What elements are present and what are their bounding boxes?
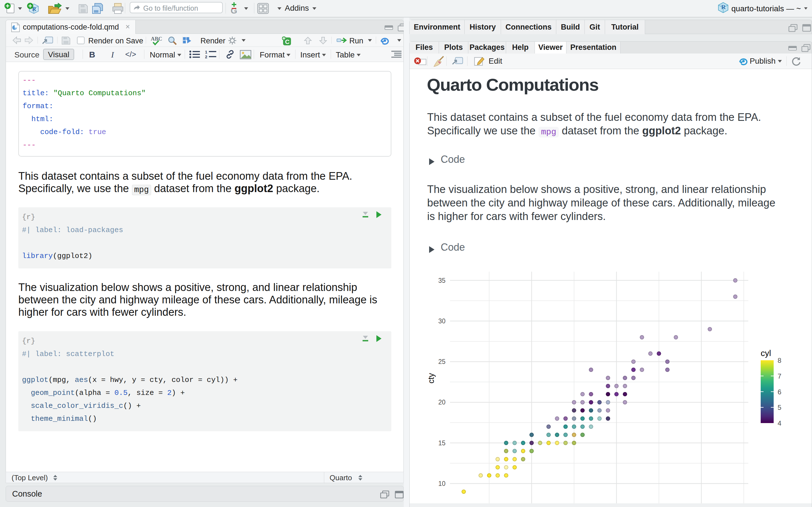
svg-text:ABC: ABC xyxy=(151,36,162,42)
svg-text:1: 1 xyxy=(205,50,207,54)
svg-text:5: 5 xyxy=(777,404,781,411)
svg-text:cty: cty xyxy=(426,373,436,384)
svg-text:R: R xyxy=(721,3,726,10)
svg-text:35: 35 xyxy=(438,277,446,284)
svg-text:C: C xyxy=(285,38,290,45)
svg-text:8: 8 xyxy=(777,356,781,364)
svg-text:2: 2 xyxy=(205,54,207,59)
svg-text:cyl: cyl xyxy=(761,348,771,358)
svg-text:10: 10 xyxy=(438,480,446,487)
svg-text:4: 4 xyxy=(777,419,781,427)
svg-text:7: 7 xyxy=(777,372,781,380)
svg-text:20: 20 xyxy=(438,399,446,406)
svg-text:G: G xyxy=(231,6,237,15)
svg-text:6: 6 xyxy=(777,388,781,396)
svg-text:15: 15 xyxy=(438,439,446,447)
svg-text:25: 25 xyxy=(438,358,446,365)
svg-text:30: 30 xyxy=(438,318,446,325)
